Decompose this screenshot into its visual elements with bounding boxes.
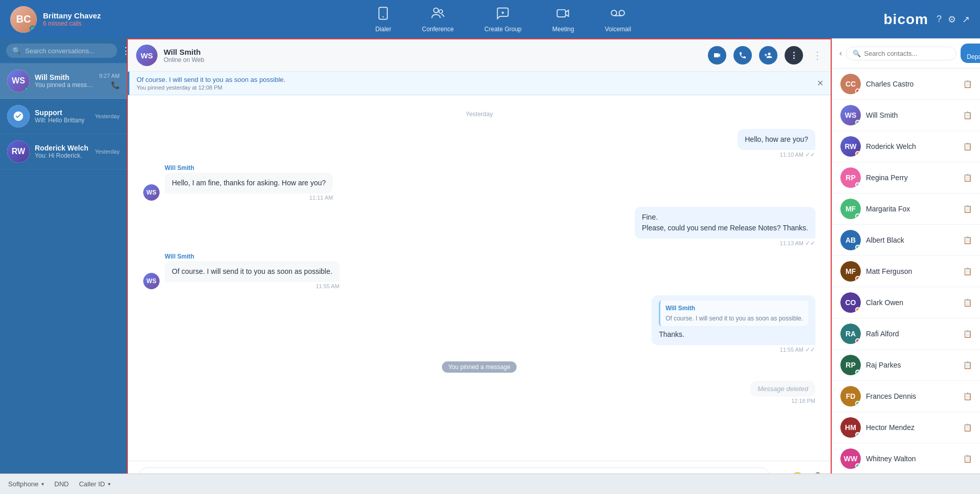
chat-header-info: Will Smith Online on Web	[164, 48, 702, 63]
conv-time: 9:27 AM	[99, 73, 120, 79]
contact-action-icon[interactable]: 📋	[963, 392, 972, 400]
contact-name: Rafi Alford	[866, 330, 958, 338]
sidebar-search-area: 🔍 ⋮	[0, 38, 127, 63]
message-bubble-wrap: Hello, how are you? 11:10 AM ✓✓	[738, 129, 815, 158]
online-dot	[24, 87, 29, 92]
nav-dialer[interactable]: Dialer	[375, 6, 391, 33]
conv-meta: 9:27 AM 📞	[99, 73, 120, 89]
pinned-close-button[interactable]: ✕	[817, 78, 823, 88]
contacts-panel: ‹ 🔍 All Departments ▾ › CC Charles Castr…	[832, 38, 980, 494]
contact-action-icon[interactable]: 📋	[963, 423, 972, 432]
contact-item-whitney-walton[interactable]: WW Whitney Walton 📋	[832, 443, 980, 475]
contact-action-icon[interactable]: 📋	[963, 361, 972, 369]
settings-icon[interactable]: ⚙	[948, 14, 956, 25]
dnd-label: DND	[54, 480, 69, 488]
contact-avatar: HM	[840, 417, 861, 438]
status-dot	[855, 370, 860, 375]
message-row: Message deleted 12:18 PM	[143, 381, 815, 404]
search-input[interactable]	[25, 47, 111, 55]
external-icon[interactable]: ↗	[962, 14, 970, 25]
contact-action-icon[interactable]: 📋	[963, 142, 972, 151]
contact-action-icon[interactable]: 📋	[963, 267, 972, 275]
softphone-label: Softphone	[8, 480, 38, 488]
contact-action-icon[interactable]: 📋	[963, 174, 972, 182]
svg-point-7	[611, 10, 617, 15]
contact-item-frances-dennis[interactable]: FD Frances Dennis 📋	[832, 381, 980, 412]
conversation-item-support[interactable]: Support Will: Hello Brittany Yesterday	[0, 99, 127, 134]
video-call-button[interactable]	[708, 46, 726, 65]
message-bubble-wrap: Will Smith Of course. I will send it to …	[652, 295, 815, 353]
contact-item-charles-castro[interactable]: CC Charles Castro 📋	[832, 69, 980, 100]
contact-name: Whitney Walton	[866, 455, 958, 463]
contact-item-hector-mendez[interactable]: HM Hector Mendez 📋	[832, 412, 980, 443]
contact-avatar: RP	[840, 167, 861, 188]
contact-item-margarita-fox[interactable]: MF Margarita Fox 📋	[832, 194, 980, 225]
contact-item-raj-parkes[interactable]: RP Raj Parkes 📋	[832, 350, 980, 381]
message-sender-avatar: WS	[143, 184, 160, 201]
softphone-control[interactable]: Softphone ▾	[8, 480, 44, 488]
message-bubble-wrap: Message deleted 12:18 PM	[750, 381, 815, 404]
contact-item-matt-ferguson[interactable]: MF Matt Ferguson 📋	[832, 256, 980, 287]
avatar[interactable]: BC	[10, 6, 37, 33]
messages-area: Yesterday Hello, how are you? 11:10 AM ✓…	[128, 95, 831, 461]
nav-conference[interactable]: Conference	[422, 6, 454, 33]
contact-action-icon[interactable]: 📋	[963, 205, 972, 213]
nav-conference-label: Conference	[422, 26, 454, 33]
conv-avatar-initials	[7, 105, 30, 127]
contact-item-roderick-welch[interactable]: RW Roderick Welch 📋	[832, 131, 980, 162]
message-time: 11:55 AM	[165, 283, 340, 289]
main-content: 🔍 ⋮ WS Will Smith You pinned a message 9…	[0, 38, 980, 494]
panel-back-arrow[interactable]: ‹	[839, 49, 842, 58]
conv-avatar-initials: RW	[7, 140, 30, 163]
status-dot	[855, 245, 860, 250]
nav-create-group[interactable]: Create Group	[484, 6, 522, 33]
pinned-text: Of course. I will send it to you as soon…	[137, 76, 285, 83]
nav-meeting[interactable]: Meeting	[552, 6, 574, 33]
contact-action-icon[interactable]: 📋	[963, 330, 972, 338]
bottom-bar: Softphone ▾ DND Caller ID ▾	[0, 474, 980, 494]
contact-action-icon[interactable]: 📋	[963, 236, 972, 244]
status-dot	[855, 213, 860, 219]
conversation-item-will-smith[interactable]: WS Will Smith You pinned a message 9:27 …	[0, 63, 127, 99]
user-status: 6 missed calls	[43, 20, 101, 27]
contact-avatar: RA	[840, 324, 861, 344]
chat-panel-more-icon[interactable]: ⋮	[812, 49, 822, 61]
contact-action-icon[interactable]: 📋	[963, 455, 972, 463]
contact-item-rafi-alford[interactable]: RA Rafi Alford 📋	[832, 318, 980, 350]
top-navigation: BC Brittany Chavez 6 missed calls Dialer	[0, 0, 980, 38]
contact-action-icon[interactable]: 📋	[963, 298, 972, 307]
caller-id-control[interactable]: Caller ID ▾	[79, 480, 110, 488]
contact-action-icon[interactable]: 📋	[963, 80, 972, 88]
conversations-sidebar: 🔍 ⋮ WS Will Smith You pinned a message 9…	[0, 38, 127, 494]
conv-avatar-support	[7, 105, 30, 127]
conversation-item-roderick[interactable]: RW Roderick Welch You: Hi Roderick. Yest…	[0, 134, 127, 169]
contact-name: Hector Mendez	[866, 423, 958, 432]
help-icon[interactable]: ?	[937, 14, 942, 25]
softphone-chevron: ▾	[41, 481, 44, 487]
contacts-search-input[interactable]	[864, 50, 950, 57]
message-time: 11:11 AM	[165, 195, 333, 201]
nav-meeting-label: Meeting	[552, 26, 574, 33]
quoted-message: Will Smith Of course. I will send it to …	[659, 300, 808, 326]
nav-voicemail-label: Voicemail	[605, 26, 631, 33]
read-checkmarks: ✓✓	[805, 240, 815, 247]
conv-info-will-smith: Will Smith You pinned a message	[35, 73, 94, 89]
contact-avatar: MF	[840, 261, 861, 282]
nav-voicemail[interactable]: Voicemail	[605, 6, 631, 33]
message-bubble-wrap: Will Smith Hello, I am fine, thanks for …	[165, 164, 333, 201]
search-icon: 🔍	[853, 50, 861, 57]
contact-action-icon[interactable]: 📋	[963, 111, 972, 119]
audio-call-button[interactable]	[733, 46, 752, 65]
chat-contact-avatar: WS	[136, 45, 158, 66]
dnd-control[interactable]: DND	[54, 480, 69, 488]
contact-item-albert-black[interactable]: AB Albert Black 📋	[832, 225, 980, 256]
system-message-row: You pinned a message	[143, 359, 815, 375]
contact-avatar: AB	[840, 230, 861, 250]
more-options-button[interactable]: ⋮	[785, 46, 803, 65]
online-status-dot	[30, 26, 36, 32]
contact-item-clark-owen[interactable]: CO Clark Owen 📋	[832, 287, 980, 318]
add-member-button[interactable]	[759, 46, 777, 65]
contact-item-will-smith[interactable]: WS Will Smith 📋	[832, 100, 980, 131]
contact-item-regina-perry[interactable]: RP Regina Perry 📋	[832, 162, 980, 194]
dept-filter-button[interactable]: All Departments ▾	[961, 44, 980, 63]
